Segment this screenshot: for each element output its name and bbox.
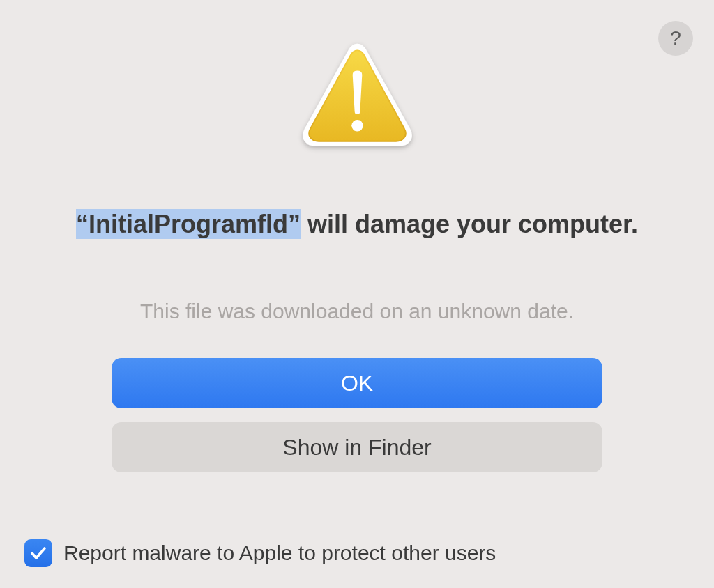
warning-icon <box>294 33 420 159</box>
report-malware-row: Report malware to Apple to protect other… <box>24 539 690 567</box>
ok-button-label: OK <box>341 371 373 396</box>
dialog-subtitle: This file was downloaded on an unknown d… <box>0 300 714 323</box>
report-malware-checkbox[interactable] <box>24 539 52 567</box>
show-in-finder-button[interactable]: Show in Finder <box>112 422 602 472</box>
title-highlighted-text: “InitialProgramfld” <box>76 209 301 239</box>
svg-point-0 <box>351 120 363 132</box>
help-icon-label: ? <box>670 27 681 49</box>
title-rest-text: will damage your computer. <box>301 210 638 238</box>
ok-button[interactable]: OK <box>112 358 602 408</box>
checkmark-icon <box>29 543 48 563</box>
dialog-title: “InitialProgramfld” will damage your com… <box>0 208 714 242</box>
report-malware-label: Report malware to Apple to protect other… <box>63 541 496 565</box>
help-button[interactable]: ? <box>658 21 693 56</box>
buttons-container: OK Show in Finder <box>112 358 602 472</box>
show-in-finder-label: Show in Finder <box>282 435 431 461</box>
